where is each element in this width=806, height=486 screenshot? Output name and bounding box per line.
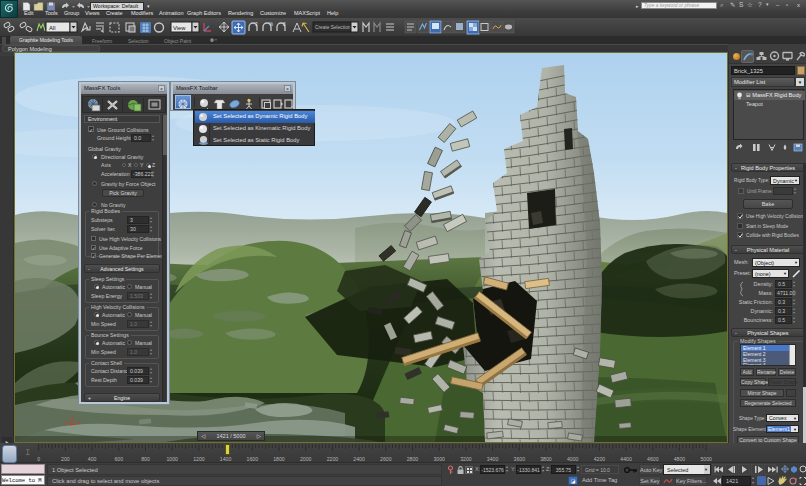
svg-text:4600: 4600 — [647, 456, 659, 462]
svg-text:4000: 4000 — [567, 456, 579, 462]
svg-text:View: View — [173, 25, 186, 31]
svg-text:0: 0 — [37, 456, 40, 462]
svg-text:1400: 1400 — [220, 456, 232, 462]
svg-text:2000: 2000 — [300, 456, 312, 462]
svg-text:2400: 2400 — [353, 456, 365, 462]
svg-text:3600: 3600 — [514, 456, 526, 462]
svg-text:1000: 1000 — [166, 456, 178, 462]
svg-text:3000: 3000 — [433, 456, 445, 462]
svg-text:2800: 2800 — [407, 456, 419, 462]
svg-text:All: All — [49, 25, 55, 31]
svg-text:2600: 2600 — [380, 456, 392, 462]
svg-text:800: 800 — [141, 456, 150, 462]
svg-text:1200: 1200 — [193, 456, 205, 462]
svg-text:1800: 1800 — [273, 456, 285, 462]
svg-text:4400: 4400 — [620, 456, 632, 462]
svg-text:4200: 4200 — [594, 456, 606, 462]
svg-text:3400: 3400 — [487, 456, 499, 462]
svg-text:600: 600 — [114, 456, 123, 462]
svg-text:400: 400 — [88, 456, 97, 462]
svg-text:2200: 2200 — [327, 456, 339, 462]
svg-text:3800: 3800 — [540, 456, 552, 462]
svg-text:200: 200 — [61, 456, 70, 462]
svg-text:%: % — [269, 22, 273, 27]
svg-text:4800: 4800 — [674, 456, 686, 462]
svg-text:3200: 3200 — [460, 456, 472, 462]
svg-text:5000: 5000 — [700, 456, 712, 462]
svg-text:1600: 1600 — [247, 456, 259, 462]
